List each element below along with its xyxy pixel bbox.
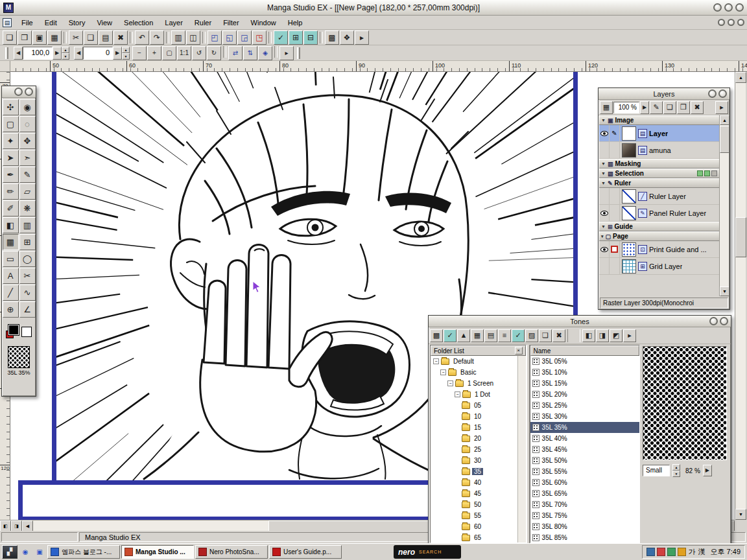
flip-horizontal-button[interactable]: ⇄ xyxy=(228,46,243,60)
text-tool[interactable]: A xyxy=(3,268,19,284)
maximize-button[interactable] xyxy=(724,3,733,12)
fit-page-button[interactable]: ▢ xyxy=(162,46,176,60)
tone-row[interactable]: 35L 50% xyxy=(530,455,639,466)
layer-section-image[interactable]: ▼▣Image xyxy=(599,115,719,125)
menu-item[interactable]: Layer xyxy=(159,16,189,29)
mdi-close-button[interactable] xyxy=(737,19,744,26)
print-guide-button[interactable]: ◳ xyxy=(252,30,267,45)
taskbar-button[interactable]: User's Guide.p... xyxy=(269,545,342,559)
pan-tool[interactable]: ✣ xyxy=(3,99,19,115)
layer-row-panel-ruler-layer[interactable]: ✎ Panel Ruler Layer xyxy=(599,205,719,222)
expand-box[interactable]: − xyxy=(447,380,453,386)
layer-row-amuna[interactable]: ▤ amuna xyxy=(599,142,719,159)
edit-cell[interactable] xyxy=(610,258,620,275)
preview-check-button[interactable]: ✓ xyxy=(512,329,525,342)
print-preview-button[interactable]: ◫ xyxy=(186,30,200,45)
folder-row[interactable]: − 05 xyxy=(431,400,517,411)
toolbar-drag-handle[interactable] xyxy=(297,47,300,59)
layer-row-grid-layer[interactable]: ⊞ Grid Layer xyxy=(599,258,719,275)
folder-row[interactable]: − 20 xyxy=(431,433,517,444)
folder-row[interactable]: − Default xyxy=(431,356,517,367)
brush-tool[interactable]: ✐ xyxy=(3,200,19,216)
quick-launch-browser-icon[interactable]: ◉ xyxy=(19,546,32,559)
toolbar-button[interactable] xyxy=(202,32,206,43)
tone-properties-button[interactable]: ▩ xyxy=(430,329,443,342)
menu-item[interactable]: File xyxy=(16,16,39,29)
expand-box[interactable]: − xyxy=(440,369,446,375)
visibility-cell[interactable] xyxy=(599,258,610,275)
tone-row[interactable]: 35L 60% xyxy=(530,477,639,488)
zoom-value[interactable]: 100,0 xyxy=(23,47,53,60)
show-preview-pane-button[interactable]: ◩ xyxy=(610,329,622,342)
start-button[interactable]: ▞ xyxy=(2,545,18,559)
vertical-scrollbar[interactable]: ▲ ▼ xyxy=(735,72,746,520)
snap-ruler-button[interactable]: ⊟ xyxy=(303,30,318,45)
rotate-value[interactable]: 0 xyxy=(83,47,113,60)
print-button[interactable]: ▥ xyxy=(171,30,185,45)
rollup-button[interactable] xyxy=(708,89,717,98)
pencil-tool[interactable]: ✎ xyxy=(19,167,36,183)
scroll-up-button[interactable]: ▲ xyxy=(735,72,746,83)
tone-row[interactable]: 35L 15% xyxy=(530,378,639,389)
tone-mode-button[interactable]: ▨ xyxy=(525,329,538,342)
rotate-ccw-button[interactable]: ↺ xyxy=(192,46,206,60)
show-list-pane-button[interactable]: ◨ xyxy=(596,329,609,342)
folder-row[interactable]: − 40 xyxy=(431,477,517,488)
tones-titlebar[interactable]: Tones xyxy=(429,316,731,327)
rollup-button[interactable] xyxy=(14,88,23,96)
menu-item[interactable]: Ruler xyxy=(189,16,217,29)
menu-item[interactable]: View xyxy=(91,16,118,29)
taskbar-button[interactable]: Manga Studio ... xyxy=(121,545,194,559)
menu-item[interactable]: Window xyxy=(245,16,282,29)
lasso-tool[interactable]: ◌ xyxy=(19,116,36,132)
curve-tool[interactable]: ∿ xyxy=(19,285,36,301)
mdi-minimize-button[interactable] xyxy=(718,19,725,26)
delete-button[interactable]: ✖ xyxy=(113,30,128,45)
toolbar-drag-handle[interactable] xyxy=(5,47,8,59)
tone-row[interactable]: 35L 40% xyxy=(530,433,639,444)
object-select-tool[interactable]: ➤ xyxy=(3,150,19,166)
node-edit-tool[interactable]: ➣ xyxy=(19,150,36,166)
move-tool[interactable]: ✥ xyxy=(19,133,36,149)
pattern-brush-tool[interactable]: ⊞ xyxy=(19,234,36,250)
show-folder-pane-button[interactable]: ◧ xyxy=(582,329,595,342)
tone-row[interactable]: 35L 35% xyxy=(530,422,639,433)
new-page-button[interactable]: ❏ xyxy=(3,30,17,45)
page-view-button[interactable]: ◰ xyxy=(208,30,222,45)
folder-scrollbar[interactable] xyxy=(517,356,526,542)
open-page-button[interactable]: ❒ xyxy=(18,30,32,45)
ime-hanja-indicator[interactable]: 漢 xyxy=(698,547,706,557)
redo-button[interactable]: ↷ xyxy=(150,30,164,45)
opacity-step-button[interactable]: ▶ xyxy=(640,101,649,114)
layer-row-layer[interactable]: ✎ ▤ Layer xyxy=(599,125,719,142)
close-button[interactable] xyxy=(735,3,744,12)
layer-section-ruler[interactable]: ▼✎Ruler xyxy=(599,178,719,188)
edit-cell[interactable] xyxy=(610,241,620,258)
mdi-restore-button[interactable] xyxy=(728,19,735,26)
tray-icon[interactable] xyxy=(678,548,686,556)
layers-titlebar[interactable]: Layers xyxy=(599,88,729,100)
name-column-header[interactable]: Name xyxy=(530,345,639,356)
gradient-tool[interactable]: ▥ xyxy=(19,217,36,233)
pen-tool[interactable]: ✒ xyxy=(3,167,19,183)
cut-button[interactable]: ✂ xyxy=(69,30,83,45)
selection-section-buttons[interactable] xyxy=(697,170,717,176)
visibility-cell[interactable] xyxy=(599,205,610,222)
menu-item[interactable]: Selection xyxy=(118,16,159,29)
palette-close-button[interactable] xyxy=(718,89,727,98)
view-menu-button[interactable]: ▸ xyxy=(279,46,294,60)
ime-hangul-indicator[interactable]: 가 xyxy=(689,547,696,557)
tone-row[interactable]: 35L 70% xyxy=(530,499,639,510)
magic-wand-tool[interactable]: ✦ xyxy=(3,133,19,149)
foreground-color-swatch[interactable] xyxy=(8,324,19,336)
palette-close-button[interactable] xyxy=(720,317,728,325)
visibility-cell[interactable] xyxy=(599,188,610,205)
folder-row[interactable]: − 50 xyxy=(431,499,517,510)
layer-section-masking[interactable]: ▼▥Masking xyxy=(599,159,719,169)
tone-row[interactable]: 35L 75% xyxy=(530,510,639,521)
folder-row[interactable]: − 1 Screen xyxy=(431,378,517,389)
scroll-up-button[interactable]: ▲ xyxy=(720,115,729,125)
rotate-spinner[interactable]: ▲▼ xyxy=(122,47,130,60)
toolbar-button[interactable] xyxy=(64,32,67,43)
rotate-step-down-button[interactable]: ◀ xyxy=(74,47,83,60)
